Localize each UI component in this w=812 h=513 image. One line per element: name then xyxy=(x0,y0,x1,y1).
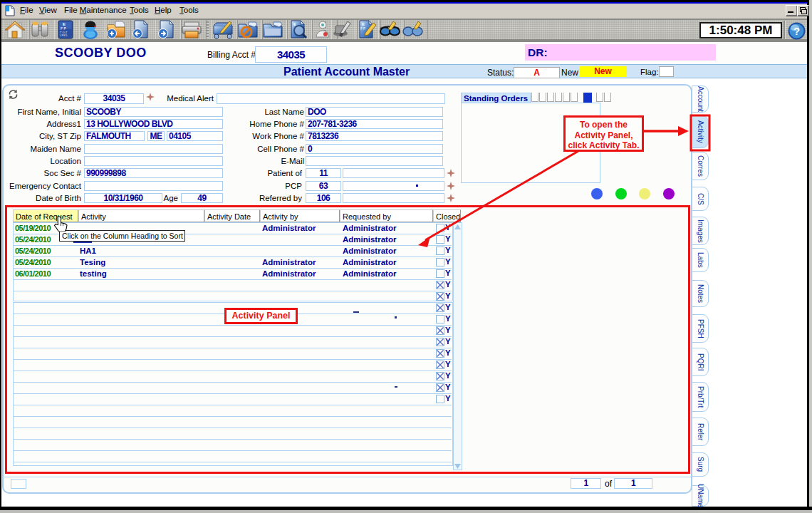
svg-text:E: E xyxy=(362,22,365,26)
svg-text:E: E xyxy=(293,22,296,26)
svg-text:L P E D: L P E D xyxy=(60,34,68,37)
svg-text:F P: F P xyxy=(360,27,365,31)
svg-text:?: ? xyxy=(793,25,800,37)
